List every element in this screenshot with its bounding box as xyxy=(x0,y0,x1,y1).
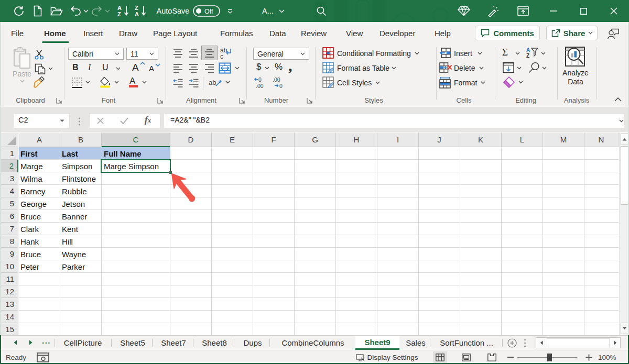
svg-text:A: A xyxy=(132,62,139,73)
svg-text:A: A xyxy=(149,64,154,73)
svg-text:Z: Z xyxy=(526,53,529,59)
svg-text:0: 0 xyxy=(279,83,283,89)
svg-text:A: A xyxy=(117,5,122,11)
svg-text:0: 0 xyxy=(258,76,262,83)
svg-text:ab: ab xyxy=(209,79,216,86)
svg-text:A: A xyxy=(135,11,139,17)
svg-text:.00: .00 xyxy=(273,76,280,83)
svg-text:A: A xyxy=(129,76,136,86)
svg-text:Z: Z xyxy=(117,11,121,17)
svg-text:c: c xyxy=(220,53,223,59)
svg-text:Z: Z xyxy=(135,5,138,11)
svg-text:A: A xyxy=(526,47,530,53)
svg-text:.00: .00 xyxy=(256,83,264,89)
svg-text:Off: Off xyxy=(204,8,213,15)
